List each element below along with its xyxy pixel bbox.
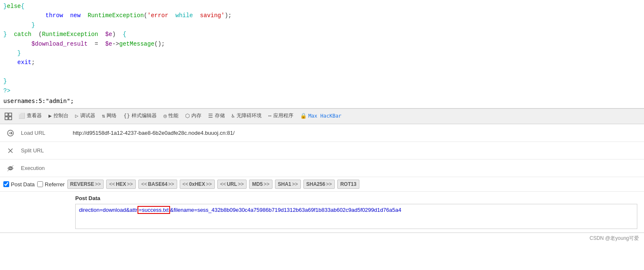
toolbar-console[interactable]: ▶ 控制台	[45, 108, 72, 124]
reverse-arrow: >>	[95, 181, 101, 187]
load-url-input[interactable]	[71, 129, 644, 137]
sha1-arrow: >>	[292, 181, 298, 187]
toolbar-accessibility-label: 无障碍环境	[237, 112, 262, 119]
split-url-label: Split URL	[21, 147, 71, 154]
toolbar-application-label: 应用程序	[273, 112, 293, 119]
split-url-icon[interactable]	[0, 147, 21, 154]
url-arrow-right: >>	[238, 181, 244, 187]
username-line: usernames:5:"admin";	[3, 95, 644, 106]
base64-button[interactable]: << BASE64 >>	[138, 180, 177, 189]
base64-arrow-right: >>	[168, 181, 174, 187]
toolbar-application[interactable]: ⋯ 应用程序	[265, 108, 297, 124]
post-data-after: &filename=sess_432b8b09e30c4a75986b719d1…	[170, 207, 401, 213]
toolbar-network[interactable]: ⇅ 网络	[99, 108, 120, 124]
post-data-checkbox-label: Post Data	[11, 181, 35, 188]
code-area: }else{ throw new RuntimeException('error…	[0, 0, 644, 108]
hackbar-area: Load URL Split URL Execution Post Data	[0, 124, 644, 233]
post-data-section: Post Data direction=download&attr=succes…	[0, 192, 644, 232]
performance-icon: ◎	[163, 113, 167, 119]
code-line-6: }	[3, 49, 644, 58]
toolbar-viewer[interactable]: ⬜ 查看器	[15, 108, 45, 124]
toolbar-accessibility[interactable]: ♿ 无障碍环境	[228, 108, 265, 124]
toolbar-style-editor-label: 样式编辑器	[132, 112, 157, 119]
sha1-button[interactable]: SHA1 >>	[275, 180, 301, 189]
referrer-checkbox[interactable]	[37, 181, 43, 187]
post-data-checkbox-wrap[interactable]: Post Data	[3, 181, 35, 188]
0xhex-arrow-right: >>	[206, 181, 212, 187]
toolbar-console-label: 控制台	[53, 112, 69, 119]
accessibility-icon: ♿	[232, 113, 235, 119]
toolbar-storage[interactable]: ☰ 存储	[205, 108, 228, 124]
toolbar-memory-label: 内存	[191, 112, 201, 119]
0xhex-button[interactable]: << 0xHEX >>	[180, 180, 215, 189]
toolbar-style-editor[interactable]: {} 样式编辑器	[120, 108, 160, 124]
post-data-checkbox[interactable]	[3, 181, 9, 187]
svg-rect-0	[5, 113, 8, 116]
toolbar-memory[interactable]: ⬡ 内存	[182, 108, 205, 124]
post-data-section-label: Post Data	[75, 195, 637, 201]
load-url-row: Load URL	[0, 124, 644, 142]
console-icon: ▶	[48, 113, 52, 119]
toolbar-debugger-label: 调试器	[80, 112, 95, 119]
code-line-7: exit;	[3, 58, 644, 67]
inspect-icon[interactable]	[2, 108, 15, 124]
debugger-icon: ▷	[75, 113, 79, 119]
svg-rect-1	[5, 117, 8, 120]
referrer-checkbox-label: Referrer	[45, 181, 65, 188]
code-line-2: throw new RuntimeException('error while …	[3, 11, 644, 20]
toolbar-performance[interactable]: ◎ 性能	[160, 108, 182, 124]
split-url-input[interactable]	[71, 147, 644, 154]
load-url-icon[interactable]	[0, 129, 21, 137]
toolbar-viewer-label: 查看器	[27, 112, 42, 119]
viewer-icon: ⬜	[18, 113, 25, 119]
code-line-1: }else{	[3, 2, 644, 11]
load-url-label: Load URL	[21, 130, 71, 136]
execution-icon[interactable]	[0, 165, 21, 172]
md5-arrow: >>	[264, 181, 270, 187]
hex-arrow-left: <<	[109, 181, 115, 187]
post-data-before: direction=download&attr	[79, 207, 137, 213]
referrer-checkbox-wrap[interactable]: Referrer	[37, 181, 65, 188]
hex-button[interactable]: << HEX >>	[106, 180, 136, 189]
0xhex-arrow-left: <<	[183, 181, 188, 187]
post-data-highlighted: =success.txt	[137, 206, 170, 214]
svg-rect-3	[9, 117, 12, 120]
url-arrow-left: <<	[220, 181, 226, 187]
hackbar-icon: 🔒	[300, 113, 307, 119]
code-line-4: } catch (RuntimeException $e) {	[3, 30, 644, 39]
execution-row: Execution	[0, 159, 644, 177]
network-icon: ⇅	[102, 113, 105, 119]
post-data-content[interactable]: direction=download&attr=success.txt&file…	[75, 204, 637, 229]
toolbar-storage-label: 存储	[215, 112, 225, 119]
code-line-9: }	[3, 77, 644, 86]
toolbar-debugger[interactable]: ▷ 调试器	[72, 108, 99, 124]
devtools-toolbar: ⬜ 查看器 ▶ 控制台 ▷ 调试器 ⇅ 网络 {} 样式编辑器 ◎ 性能 ⬡ 内…	[0, 108, 644, 124]
application-icon: ⋯	[268, 113, 272, 119]
toolbar-performance-label: 性能	[168, 112, 178, 119]
storage-icon: ☰	[208, 113, 213, 119]
code-line-3: }	[3, 21, 644, 30]
toolbar-network-label: 网络	[107, 112, 117, 119]
url-button[interactable]: << URL >>	[217, 180, 247, 189]
code-line-8	[3, 67, 644, 77]
md5-button[interactable]: MD5 >>	[249, 180, 272, 189]
footer-credit: CSDN @老young可爱	[590, 235, 639, 242]
memory-icon: ⬡	[185, 113, 190, 119]
svg-rect-2	[9, 113, 12, 116]
reverse-button[interactable]: REVERSE >>	[67, 180, 104, 189]
style-editor-icon: {}	[123, 113, 130, 119]
code-line-10: ?>	[3, 86, 644, 95]
buttons-row: Post Data Referrer REVERSE >> << HEX >> …	[0, 177, 644, 192]
footer: CSDN @老young可爱	[0, 233, 644, 244]
rot13-button[interactable]: ROT13	[337, 180, 359, 189]
sha256-arrow: >>	[326, 181, 332, 187]
split-url-row: Split URL	[0, 142, 644, 159]
base64-arrow-left: <<	[141, 181, 147, 187]
execution-label: Execution	[21, 165, 71, 171]
toolbar-hackbar[interactable]: 🔒 Max HacKBar	[297, 108, 345, 124]
hex-arrow-right: >>	[127, 181, 133, 187]
code-line-5: $download_result = $e->getMessage();	[3, 39, 644, 49]
toolbar-hackbar-label: Max HacKBar	[308, 113, 341, 119]
sha256-button[interactable]: SHA256 >>	[303, 180, 335, 189]
